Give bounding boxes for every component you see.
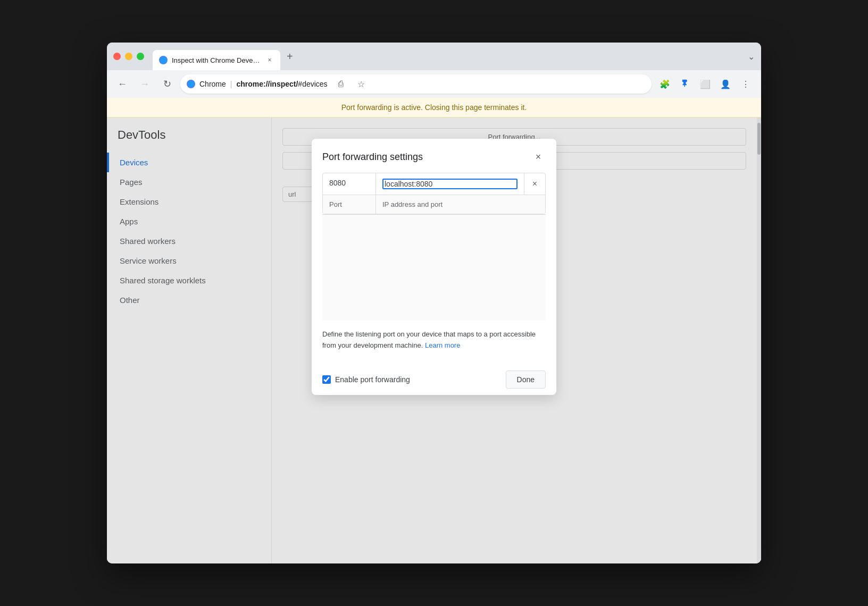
address-brand: Chrome xyxy=(199,80,226,88)
port-forwarding-entry-row: × xyxy=(323,173,545,195)
port-cell xyxy=(323,173,376,195)
enable-port-forwarding-text: Enable port forwarding xyxy=(335,375,410,384)
forward-button[interactable]: → xyxy=(136,75,154,93)
address-bar[interactable]: 🌐 Chrome | chrome://inspect/#devices ⎙ ☆ xyxy=(180,74,652,94)
profile-icon[interactable]: 👤 xyxy=(716,75,735,93)
banner-text: Port forwarding is active. Closing this … xyxy=(341,103,527,112)
title-bar: 🌐 Inspect with Chrome Develope × + ⌄ xyxy=(107,43,761,70)
description-text: Define the listening port on your device… xyxy=(322,321,546,356)
address-url: chrome://inspect/#devices xyxy=(236,80,327,88)
port-forwarding-modal: Port forwarding settings × xyxy=(312,139,556,395)
modal-footer: Enable port forwarding Done xyxy=(312,364,556,395)
port-input[interactable] xyxy=(329,179,369,187)
close-traffic-light[interactable] xyxy=(113,53,121,60)
modal-overlay: Port forwarding settings × xyxy=(107,117,761,563)
port-forwarding-table: × Port IP address and port xyxy=(322,173,546,214)
tab-list-button[interactable]: ⌄ xyxy=(748,52,755,62)
browser-window: 🌐 Inspect with Chrome Develope × + ⌄ ← →… xyxy=(107,43,761,563)
tab-favicon: 🌐 xyxy=(159,56,168,64)
enable-port-forwarding-checkbox[interactable] xyxy=(322,375,331,384)
address-favicon-icon: 🌐 xyxy=(187,80,195,88)
address-actions: ⎙ ☆ xyxy=(332,75,370,93)
reload-button[interactable]: ↻ xyxy=(158,75,176,93)
modal-title: Port forwarding settings xyxy=(322,152,423,163)
address-url-bold: chrome://inspect/#devices xyxy=(236,80,327,88)
tab-bar: 🌐 Inspect with Chrome Develope × + ⌄ xyxy=(153,43,755,70)
ip-header-cell: IP address and port xyxy=(376,195,545,214)
remove-entry-button[interactable]: × xyxy=(532,179,537,189)
address-separator: | xyxy=(230,80,232,88)
enable-port-forwarding-label[interactable]: Enable port forwarding xyxy=(322,375,499,384)
modal-close-button[interactable]: × xyxy=(531,149,546,164)
done-button[interactable]: Done xyxy=(506,371,546,389)
active-tab[interactable]: 🌐 Inspect with Chrome Develope × xyxy=(153,50,280,70)
port-forwarding-header-row: Port IP address and port xyxy=(323,195,545,214)
remove-cell: × xyxy=(524,173,545,195)
extensions-icon[interactable]: 🧩 xyxy=(656,75,674,93)
split-screen-icon[interactable]: ⬜ xyxy=(696,75,714,93)
navigation-bar: ← → ↻ 🌐 Chrome | chrome://inspect/#devic… xyxy=(107,70,761,98)
bookmark-icon[interactable]: ☆ xyxy=(352,75,370,93)
empty-area xyxy=(322,214,546,321)
learn-more-link[interactable]: Learn more xyxy=(425,341,460,349)
maximize-traffic-light[interactable] xyxy=(137,53,144,60)
traffic-lights xyxy=(113,53,144,60)
share-icon[interactable]: ⎙ xyxy=(332,75,350,93)
tab-close-button[interactable]: × xyxy=(265,56,274,64)
back-button[interactable]: ← xyxy=(113,75,131,93)
main-content: DevTools Devices Pages Extensions Apps S… xyxy=(107,117,761,563)
ip-input[interactable] xyxy=(382,179,518,189)
modal-body: × Port IP address and port Define the li… xyxy=(312,173,556,364)
new-tab-button[interactable]: + xyxy=(282,48,297,65)
tab-title: Inspect with Chrome Develope xyxy=(172,56,261,64)
port-forwarding-banner: Port forwarding is active. Closing this … xyxy=(107,98,761,117)
ip-cell xyxy=(376,173,524,195)
menu-icon[interactable]: ⋮ xyxy=(737,75,755,93)
toolbar-icons: 🧩 ⬜ 👤 ⋮ xyxy=(656,75,755,93)
extension-pin-icon[interactable] xyxy=(676,75,694,93)
port-header-cell: Port xyxy=(323,195,376,214)
minimize-traffic-light[interactable] xyxy=(125,53,132,60)
modal-header: Port forwarding settings × xyxy=(312,139,556,173)
